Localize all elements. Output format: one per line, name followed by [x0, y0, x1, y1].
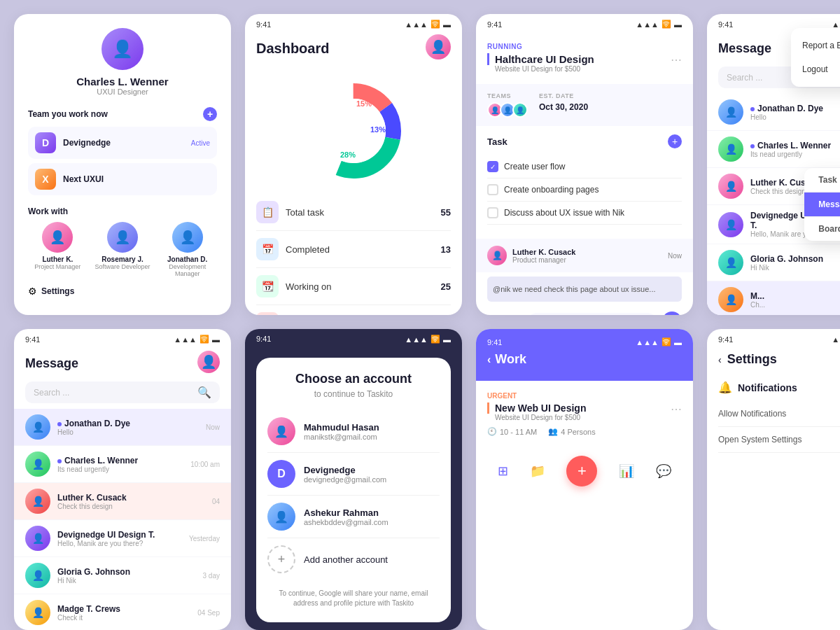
msg-left-time-devignedge: Yesterday — [189, 535, 220, 542]
msg-av-charles: 👤 — [718, 136, 743, 162]
stat-total-label: Total task — [286, 207, 441, 218]
task-list-title: Task — [487, 136, 507, 147]
team-section-title: Team you work now + — [28, 107, 217, 121]
msg-left-item-madge[interactable]: 👤 Madge T. Crews Check it 04 Sep — [14, 594, 231, 630]
msg-item-jonathan[interactable]: 👤 Jonathan D. Dye Hello Now — [707, 94, 840, 131]
dashboard-user-avatar[interactable]: 👤 — [426, 34, 451, 59]
allow-notifications-label: Allow Notifications — [718, 409, 786, 419]
work-nav-calendar[interactable]: 📊 — [619, 463, 634, 479]
msg-left-time-madge: 04 Sep — [197, 609, 220, 617]
attach-icon[interactable]: 📎 — [508, 315, 522, 316]
add-team-button[interactable]: + — [203, 107, 217, 121]
battery-icon: ▬ — [443, 20, 451, 29]
stat-working-value: 25 — [441, 281, 451, 292]
account-devignedge[interactable]: D Devignedge devignedge@gmail.com — [267, 453, 440, 496]
coworker-luther[interactable]: 👤 Luther K. Project Manager — [28, 222, 88, 277]
msg-left-search[interactable]: Search ... 🔍 — [25, 382, 220, 403]
task-text-1: Create user flow — [504, 162, 565, 172]
task-teams-row: TEAMS 👤 👤 👤 EST. DATE Oct 30, 2020 — [476, 84, 693, 126]
account-mahmudul[interactable]: 👤 Mahmudul Hasan manikstk@gmail.com — [267, 410, 440, 453]
profile-name: Charles L. Wenner — [76, 76, 168, 88]
work-nav-home[interactable]: ⊞ — [498, 463, 508, 479]
profile-role: UXUI Designer — [97, 88, 148, 96]
comment-input[interactable] — [528, 313, 657, 315]
checkbox-2[interactable] — [487, 184, 498, 195]
comment-content: Luther K. Cusack Product manager — [512, 248, 662, 264]
account-ashekur[interactable]: 👤 Ashekur Rahman ashekbddev@gmail.com — [267, 496, 440, 538]
stat-pending: 🔔 Pending 17 — [256, 305, 451, 315]
work-nav-folder[interactable]: 📁 — [530, 463, 545, 479]
coworker-rosemary-avatar: 👤 — [107, 222, 138, 253]
coworker-luther-avatar: 👤 — [42, 222, 73, 253]
coworker-jonathan-name: Jonathan D. — [167, 255, 207, 263]
work-back-arrow-icon: ‹ — [487, 354, 491, 366]
coworker-rosemary[interactable]: 👤 Rosemary J. Software Developer — [93, 222, 153, 277]
team-nextuxui[interactable]: X Next UXUI — [28, 163, 217, 195]
add-task-button[interactable]: + — [668, 134, 682, 148]
msg-left-item-devignedge[interactable]: 👤 Devignedge UI Design T. Hello, Manik a… — [14, 520, 231, 557]
context-logout[interactable]: Logout — [791, 57, 840, 81]
send-button[interactable]: ➤ — [662, 312, 682, 315]
msg-left-preview-madge: Check it — [57, 614, 190, 622]
team-av-3: 👤 — [512, 102, 528, 118]
context-report-bug[interactable]: Report a Bug — [791, 34, 840, 57]
work-project-info: New Web UI Design Website UI Design for … — [487, 402, 586, 421]
msg-content-gloria: Gloria G. Johnson Hi Nik — [750, 254, 840, 272]
work-more-icon[interactable]: ⋯ — [671, 402, 682, 416]
msg-left-content-charles: Charles L. Wenner Its nead urgently — [57, 456, 183, 473]
msg-left-search-icon[interactable]: 🔍 — [197, 386, 211, 399]
coworker-jonathan-avatar: 👤 — [172, 222, 203, 253]
coworker-rosemary-name: Rosemary J. — [102, 255, 143, 263]
work-wifi: 🛜 — [662, 337, 671, 346]
checkbox-3[interactable] — [487, 207, 498, 218]
coworker-jonathan[interactable]: 👤 Jonathan D. Development Manager — [158, 222, 217, 277]
task-more-icon[interactable]: ⋯ — [671, 53, 682, 66]
msg-preview-m: Ch... — [750, 301, 840, 309]
settings-phone-icons: ▲▲▲ 🛜 ▬ — [832, 335, 840, 344]
work-fab-button[interactable]: + — [566, 456, 597, 486]
msg-name-gloria: Gloria G. Johnson — [750, 254, 840, 264]
task-item-2[interactable]: Create onboarding pages — [487, 178, 682, 202]
teams-avatars: 👤 👤 👤 — [487, 102, 528, 118]
account-email-devignedge: devignedge@gmail.com — [304, 475, 440, 484]
msg-left-item-luther[interactable]: 👤 Luther K. Cusack Check this design 04 — [14, 483, 231, 520]
checkbox-1[interactable]: ✓ — [487, 161, 498, 172]
account-email-ashekur: ashekbddev@gmail.com — [304, 518, 440, 526]
task-item-3[interactable]: Discuss about UX issue with Nik — [487, 202, 682, 225]
account-info-mahmudul: Mahmudul Hasan manikstk@gmail.com — [304, 422, 440, 441]
account-title: Choose an account — [267, 372, 440, 386]
task-project-row: Halthcare UI Design Website UI Design fo… — [487, 53, 682, 73]
msg-item-m[interactable]: 👤 M... Ch... 04 Sep — [707, 281, 840, 315]
settings-time: 9:41 — [718, 335, 733, 344]
task-item-1[interactable]: ✓ Create user flow — [487, 155, 682, 178]
msg-left-item-gloria[interactable]: 👤 Gloria G. Johnson Hi Nik 3 day — [14, 557, 231, 594]
msg-left-content-luther: Luther K. Cusack Check this design — [57, 493, 205, 510]
work-bottom-nav: ⊞ 📁 + 📊 💬 — [476, 447, 693, 495]
emoji-icon[interactable]: 😊 — [487, 315, 501, 316]
task-text-2: Create onboarding pages — [504, 185, 598, 195]
add-account-item[interactable]: + Add another account — [267, 538, 440, 580]
team-devignedge[interactable]: D Devignedge Active — [28, 127, 217, 159]
wifi-icon: 🛜 — [430, 20, 440, 29]
account-footer: To continue, Google will share your name… — [267, 589, 440, 608]
work-with-title: Work with — [28, 206, 217, 216]
tab-board[interactable]: Board — [804, 216, 840, 241]
msg-left-avatar[interactable]: 👤 — [197, 351, 220, 373]
teams-group: TEAMS 👤 👤 👤 — [487, 92, 528, 118]
msg-left-item-jonathan[interactable]: 👤 Jonathan D. Dye Hello Now — [14, 409, 231, 446]
donut-svg: 15% 13% 28% — [298, 75, 410, 187]
tab-task[interactable]: Task — [804, 168, 840, 192]
settings-row[interactable]: ⚙ Settings — [28, 286, 217, 297]
msg-left-item-charles[interactable]: 👤 Charles L. Wenner Its nead urgently 10… — [14, 446, 231, 483]
msg-item-gloria[interactable]: 👤 Gloria G. Johnson Hi Nik 3 day — [707, 244, 840, 281]
msg-av-gloria: 👤 — [718, 250, 743, 275]
msg-name-jonathan: Jonathan D. Dye — [750, 104, 840, 113]
stats-list: 📋 Total task 55 📅 Completed 13 📆 Working… — [245, 194, 462, 315]
tab-message-active[interactable]: Message — [804, 192, 840, 216]
commenter-name: Luther K. Cusack — [512, 248, 662, 256]
msg-item-charles[interactable]: 👤 Charles L. Wenner Its nead urgently 10… — [707, 131, 840, 168]
comment-row: 👤 Luther K. Cusack Product manager Now — [476, 239, 693, 272]
settings-back-button[interactable]: ‹ — [718, 354, 722, 365]
work-back-button[interactable]: ‹ Work — [487, 352, 682, 367]
work-nav-message[interactable]: 💬 — [656, 463, 671, 479]
